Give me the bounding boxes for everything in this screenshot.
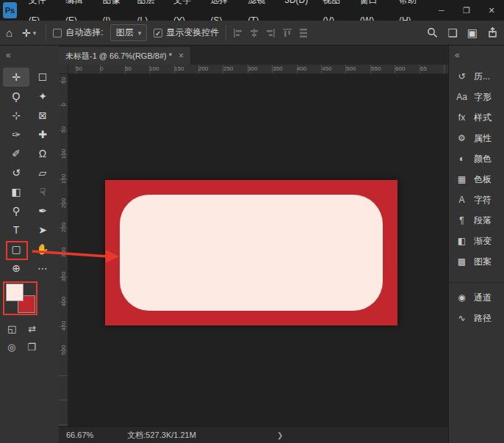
eyedropper-tool[interactable]: ✑ <box>3 125 29 144</box>
align-left-edges-icon[interactable] <box>233 28 243 38</box>
panel-tab-patterns[interactable]: ▩ 图案 <box>449 251 504 272</box>
panel-tab-paragraph[interactable]: ¶ 段落 <box>449 210 504 231</box>
expand-right-panel-button[interactable]: « <box>449 46 504 66</box>
quick-mask-button[interactable]: ◎ <box>7 342 15 353</box>
right-panel-dock: « ↺ 历... Aa 字形 fx 样式 ⚙ 属性 ◐ 颜色 ▦ 色板 A 字符 <box>448 46 504 443</box>
auto-select-checkbox[interactable]: 自动选择: <box>53 26 103 39</box>
ruler-label: 100 <box>60 146 67 162</box>
frame-tool[interactable]: ⊠ <box>29 106 56 125</box>
ruler-label: 200 <box>198 65 208 72</box>
align-right-edges-icon[interactable] <box>265 28 276 38</box>
spot-healing-brush-tool[interactable]: ✚ <box>29 125 56 144</box>
screen-mode-button[interactable]: ❐ <box>27 342 36 353</box>
auto-select-target-dropdown[interactable]: 图层 ▾ <box>110 24 148 41</box>
distribute-buttons <box>282 28 309 38</box>
target-value: 图层 <box>116 26 134 39</box>
minimize-button[interactable]: ─ <box>429 0 454 21</box>
panel-tab-glyphs[interactable]: Aa 字形 <box>449 87 504 107</box>
panel-tab-paths[interactable]: ∿ 路径 <box>449 308 504 328</box>
align-horizontal-centers-icon[interactable] <box>249 28 259 38</box>
panel-tab-swatches[interactable]: ▦ 色板 <box>449 169 504 190</box>
ruler-label: 250 <box>223 65 233 72</box>
panel-tab-color[interactable]: ◐ 颜色 <box>449 148 504 169</box>
rectangle-tool[interactable]: ▢ <box>3 239 29 259</box>
panel-label: 路径 <box>474 312 492 325</box>
properties-icon: ⚙ <box>456 133 468 143</box>
gradient-icon: ◧ <box>456 236 468 246</box>
zoom-level-field[interactable]: 66.67% <box>66 431 93 439</box>
edit-toolbar-button[interactable]: ⋯ <box>29 259 56 278</box>
panel-tab-gradients[interactable]: ◧ 渐变 <box>449 231 504 251</box>
panel-tab-styles[interactable]: fx 样式 <box>449 107 504 128</box>
chevron-down-icon: ▾ <box>138 29 142 37</box>
panel-label: 样式 <box>474 112 492 124</box>
character-icon: A <box>456 195 468 205</box>
canvas-pasteboard[interactable] <box>68 74 448 426</box>
history-brush-tool[interactable]: ↺ <box>3 163 29 182</box>
lasso-tool[interactable]: Ϙ <box>3 87 29 106</box>
ruler-label: 65 <box>420 65 427 72</box>
document-tab-bar: 未标题-1 @ 66.7%(RGB/8#) * × <box>59 46 448 65</box>
panel-tab-channels[interactable]: ◉ 通道 <box>449 287 504 308</box>
eraser-tool[interactable]: ▱ <box>29 163 56 182</box>
channels-icon: ◉ <box>456 292 468 303</box>
share-icon[interactable] <box>487 27 498 38</box>
dodge-tool[interactable]: ⚲ <box>3 201 29 220</box>
workspace-switcher-icon[interactable]: ▣ <box>467 26 478 40</box>
move-tool[interactable]: ✛ <box>3 68 29 87</box>
divider <box>226 25 226 41</box>
ruler-label: 200 <box>60 195 67 212</box>
pen-tool[interactable]: ✒ <box>29 201 56 220</box>
rectangular-marquee-tool[interactable]: ☐ <box>29 68 56 87</box>
ruler-label: 300 <box>60 245 67 261</box>
smudge-tool[interactable]: ☟ <box>29 182 56 201</box>
brush-tool[interactable]: ✐ <box>3 144 29 163</box>
ruler-label: 50 <box>60 122 67 138</box>
zoom-tool[interactable]: ⊕ <box>3 259 29 278</box>
chevron-down-icon: ▾ <box>33 29 37 37</box>
ruler-label: 350 <box>273 65 282 72</box>
panels-icon[interactable]: ❏ <box>447 26 457 40</box>
document-tab[interactable]: 未标题-1 @ 66.7%(RGB/8#) * × <box>59 47 190 65</box>
auto-select-label: 自动选择: <box>65 26 103 39</box>
swap-colors-icon[interactable]: ⇄ <box>28 323 36 334</box>
quick-selection-tool[interactable]: ✦ <box>29 87 56 106</box>
type-tool[interactable]: T <box>3 220 29 239</box>
show-transform-label: 显示变换控件 <box>166 26 219 39</box>
document-area: 未标题-1 @ 66.7%(RGB/8#) * × 50 0 50 100 15… <box>59 46 448 443</box>
collapse-panels-button[interactable]: « <box>0 46 59 68</box>
panel-label: 字符 <box>474 194 492 206</box>
ruler-label: 50 <box>60 73 67 89</box>
status-expand-chevron[interactable]: ❯ <box>277 431 283 439</box>
distribute-vertical-centers-icon[interactable] <box>298 28 309 38</box>
align-top-edges-icon[interactable] <box>282 28 292 38</box>
panel-label: 通道 <box>474 292 492 304</box>
vertical-ruler: 50 0 50 100 150 200 250 300 350 400 450 … <box>59 74 68 426</box>
tool-preset-picker[interactable]: ✛ ▾ <box>19 26 39 40</box>
tool-options-bar: ⌂ ✛ ▾ 自动选择: 图层 ▾ ✓ 显示变换控件 ❏ <box>0 21 504 46</box>
hand-tool[interactable]: ✋ <box>29 239 56 259</box>
panel-label: 段落 <box>474 215 492 227</box>
panel-tab-character[interactable]: A 字符 <box>449 190 504 210</box>
maximize-button[interactable]: ❐ <box>454 0 479 21</box>
panel-tab-properties[interactable]: ⚙ 属性 <box>449 128 504 148</box>
ruler-label: 100 <box>149 65 159 72</box>
show-transform-controls-checkbox[interactable]: ✓ 显示变换控件 <box>154 26 219 39</box>
tab-close-button[interactable]: × <box>179 51 184 61</box>
search-icon[interactable] <box>427 27 438 38</box>
panel-label: 色板 <box>474 173 492 186</box>
document-canvas[interactable] <box>105 180 397 325</box>
path-selection-tool[interactable]: ➤ <box>29 220 56 239</box>
default-colors-icon[interactable]: ◱ <box>7 323 16 334</box>
document-tab-title: 未标题-1 @ 66.7%(RGB/8#) * <box>65 51 172 62</box>
move-tool-icon: ✛ <box>22 27 31 39</box>
crop-tool[interactable]: ⊹ <box>3 106 29 125</box>
ruler-label: 550 <box>371 65 381 72</box>
clone-stamp-tool[interactable]: Ω <box>29 144 56 163</box>
close-button[interactable]: ✕ <box>479 0 504 21</box>
rounded-rectangle-shape[interactable] <box>120 195 383 311</box>
gradient-tool[interactable]: ◧ <box>3 182 29 201</box>
panel-tab-history[interactable]: ↺ 历... <box>449 66 504 87</box>
home-icon[interactable]: ⌂ <box>6 26 12 39</box>
foreground-color-swatch[interactable] <box>6 284 24 301</box>
